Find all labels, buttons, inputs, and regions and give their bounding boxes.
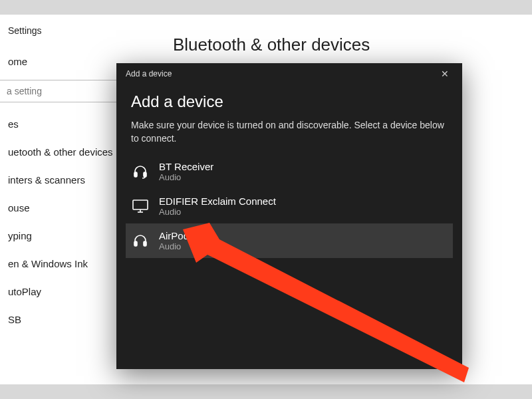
device-name: EDIFIER Exclaim Connect bbox=[159, 196, 276, 207]
device-item-airpods[interactable]: AirPods Audio bbox=[126, 223, 453, 258]
add-device-dialog: Add a device ✕ Add a device Make sure yo… bbox=[116, 63, 462, 369]
dialog-titlebar: Add a device ✕ bbox=[116, 63, 462, 82]
device-type: Audio bbox=[159, 207, 276, 217]
dialog-heading: Add a device bbox=[131, 92, 448, 111]
device-name: AirPods bbox=[159, 230, 194, 241]
page-title: Bluetooth & other devices bbox=[173, 35, 512, 55]
svg-rect-6 bbox=[144, 241, 146, 246]
close-icon[interactable]: ✕ bbox=[436, 67, 454, 80]
device-name: BT Receiver bbox=[159, 161, 213, 172]
settings-app-title: Settings bbox=[0, 21, 153, 48]
monitor-icon bbox=[131, 197, 150, 215]
svg-rect-5 bbox=[134, 241, 137, 246]
headset-icon bbox=[131, 162, 150, 181]
headphones-icon bbox=[131, 231, 150, 250]
dialog-subtext: Make sure your device is turned on and d… bbox=[131, 119, 448, 145]
device-type: Audio bbox=[159, 172, 213, 182]
device-item-edifier[interactable]: EDIFIER Exclaim Connect Audio bbox=[126, 189, 453, 223]
svg-rect-2 bbox=[133, 200, 148, 209]
svg-rect-0 bbox=[134, 172, 137, 177]
svg-rect-1 bbox=[144, 172, 146, 177]
dialog-titlebar-text: Add a device bbox=[126, 69, 172, 78]
device-item-bt-receiver[interactable]: BT Receiver Audio bbox=[126, 154, 453, 189]
device-type: Audio bbox=[159, 241, 194, 251]
